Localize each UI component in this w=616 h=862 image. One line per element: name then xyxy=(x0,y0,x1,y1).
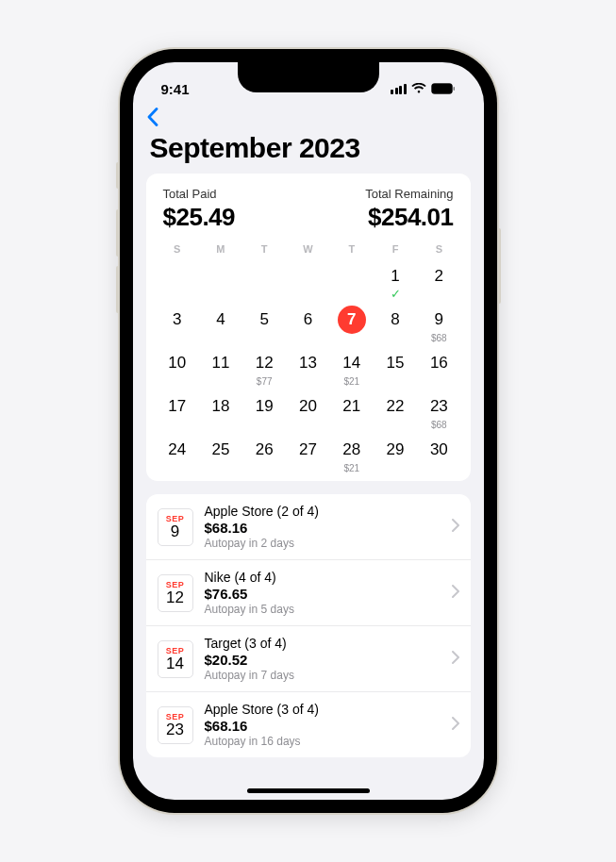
back-button[interactable] xyxy=(146,108,158,130)
calendar-day xyxy=(156,262,199,300)
calendar-day xyxy=(330,262,374,300)
total-remaining: Total Remaining $254.01 xyxy=(365,187,453,232)
calendar-day[interactable]: 25 xyxy=(199,436,242,473)
nav-bar xyxy=(133,104,484,132)
summary-row: Total Paid $25.49 Total Remaining $254.0… xyxy=(156,187,461,243)
date-chip-day: 14 xyxy=(166,655,184,671)
cellular-icon xyxy=(391,84,407,94)
content: September 2023 Total Paid $25.49 Total R… xyxy=(133,132,484,757)
calendar-day-number: 1 xyxy=(381,262,409,290)
calendar-day xyxy=(286,262,329,300)
weekday-label: T xyxy=(242,243,286,255)
date-chip: SEP14 xyxy=(158,640,193,678)
calendar-day-number: 7 xyxy=(338,306,366,334)
calendar-day[interactable]: 22 xyxy=(374,392,417,430)
calendar-day-number: 21 xyxy=(338,392,366,421)
calendar-day-number: 2 xyxy=(425,262,453,290)
calendar-day[interactable]: 13 xyxy=(286,349,329,387)
date-chip: SEP12 xyxy=(158,574,193,612)
status-indicators xyxy=(391,83,456,94)
calendar-day-amount: $77 xyxy=(257,377,273,387)
calendar-day-number: 23 xyxy=(425,392,453,421)
date-chip: SEP23 xyxy=(158,706,193,744)
calendar-day-number: 18 xyxy=(207,392,235,421)
payment-row[interactable]: SEP9Apple Store (2 of 4)$68.16Autopay in… xyxy=(146,494,471,560)
calendar-day[interactable]: 3 xyxy=(156,306,199,343)
power-button xyxy=(497,228,501,304)
calendar-day-number: 12 xyxy=(250,349,278,377)
calendar-day[interactable]: 11 xyxy=(199,349,242,387)
weekday-header: SMTWTFS xyxy=(156,243,461,255)
calendar-day[interactable]: 26 xyxy=(242,436,286,473)
calendar-day[interactable]: 15 xyxy=(374,349,417,387)
calendar-day[interactable]: 2 xyxy=(417,262,460,300)
calendar-day[interactable]: 30 xyxy=(417,436,460,473)
calendar-day[interactable]: 1✓ xyxy=(374,262,417,300)
payment-row-body: Apple Store (2 of 4)$68.16Autopay in 2 d… xyxy=(205,504,441,550)
wifi-icon xyxy=(411,83,426,94)
calendar-day[interactable]: 24 xyxy=(156,436,199,473)
calendar-day-number: 19 xyxy=(250,392,278,421)
calendar-day[interactable]: 12$77 xyxy=(242,349,286,387)
calendar-day[interactable]: 29 xyxy=(374,436,417,473)
total-remaining-value: $254.01 xyxy=(365,203,453,232)
payment-row[interactable]: SEP14Target (3 of 4)$20.52Autopay in 7 d… xyxy=(146,626,471,692)
calendar-day-number: 29 xyxy=(381,436,409,464)
calendar-day-number: 14 xyxy=(338,349,366,377)
payment-title: Apple Store (2 of 4) xyxy=(205,504,441,519)
payment-title: Apple Store (3 of 4) xyxy=(205,702,441,717)
calendar-card: Total Paid $25.49 Total Remaining $254.0… xyxy=(146,174,471,481)
payment-row[interactable]: SEP23Apple Store (3 of 4)$68.16Autopay i… xyxy=(146,692,471,757)
volume-up-button xyxy=(116,209,120,257)
checkmark-icon: ✓ xyxy=(391,288,401,300)
calendar-day[interactable]: 14$21 xyxy=(330,349,374,387)
chevron-right-icon xyxy=(452,583,459,603)
calendar-day-number: 13 xyxy=(293,349,322,377)
date-chip: SEP9 xyxy=(158,508,193,546)
calendar-day[interactable]: 21 xyxy=(330,392,374,430)
date-chip-day: 9 xyxy=(171,523,179,539)
phone-screen: 9:41 September 2023 Total Pa xyxy=(133,62,484,800)
calendar-day[interactable]: 23$68 xyxy=(417,392,460,430)
calendar-day[interactable]: 19 xyxy=(242,392,286,430)
payment-amount: $20.52 xyxy=(205,652,441,668)
chevron-right-icon xyxy=(452,649,459,669)
total-paid-value: $25.49 xyxy=(163,203,236,232)
calendar-day-amount: $21 xyxy=(343,464,359,473)
calendar-day-number: 20 xyxy=(293,392,322,421)
calendar-day[interactable]: 27 xyxy=(286,436,329,473)
calendar-day-number: 10 xyxy=(163,349,191,377)
calendar-day-number: 27 xyxy=(293,436,322,464)
home-indicator[interactable] xyxy=(247,788,370,793)
volume-down-button xyxy=(116,266,120,313)
total-paid: Total Paid $25.49 xyxy=(163,187,236,232)
status-time: 9:41 xyxy=(161,81,190,97)
calendar-day-number: 11 xyxy=(207,349,235,377)
calendar-day[interactable]: 20 xyxy=(286,392,329,430)
calendar-day[interactable]: 4 xyxy=(199,306,242,343)
calendar-day[interactable]: 9$68 xyxy=(417,306,460,343)
calendar-day[interactable]: 5 xyxy=(242,306,286,343)
svg-rect-2 xyxy=(453,87,455,91)
calendar-day-number: 16 xyxy=(425,349,453,377)
calendar-day-number: 5 xyxy=(250,306,278,334)
payment-row[interactable]: SEP12Nike (4 of 4)$76.65Autopay in 5 day… xyxy=(146,560,471,626)
calendar-day[interactable]: 17 xyxy=(156,392,199,430)
calendar-day[interactable]: 7 xyxy=(330,306,374,343)
calendar-day[interactable]: 8 xyxy=(374,306,417,343)
calendar-day-number: 22 xyxy=(381,392,409,421)
payment-row-body: Nike (4 of 4)$76.65Autopay in 5 days xyxy=(205,570,441,616)
date-chip-day: 23 xyxy=(166,721,184,738)
calendar-day xyxy=(242,262,286,300)
calendar-day-amount: $68 xyxy=(431,334,447,343)
calendar-day[interactable]: 6 xyxy=(286,306,329,343)
weekday-label: F xyxy=(374,243,417,255)
calendar-day[interactable]: 10 xyxy=(156,349,199,387)
calendar-day[interactable]: 18 xyxy=(199,392,242,430)
calendar-day[interactable]: 28$21 xyxy=(330,436,374,473)
payment-subtitle: Autopay in 7 days xyxy=(205,669,441,682)
payment-subtitle: Autopay in 2 days xyxy=(205,537,441,550)
calendar-day[interactable]: 16 xyxy=(417,349,460,387)
page-title: September 2023 xyxy=(146,132,471,164)
weekday-label: S xyxy=(417,243,460,255)
